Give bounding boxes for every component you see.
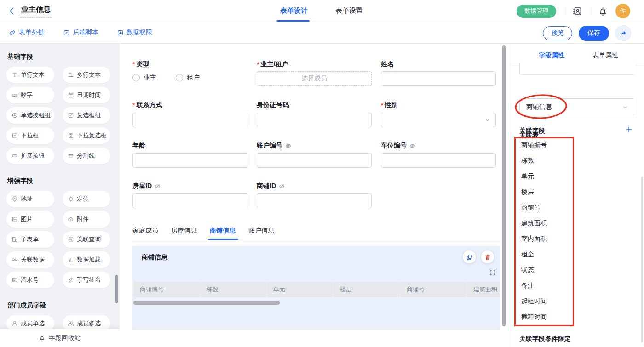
related-field-item[interactable]: 单元 [521,172,534,182]
gender-select[interactable] [381,113,496,127]
data-manage-button[interactable]: 数据管理 [517,5,556,18]
related-field-item[interactable]: 状态 [521,266,534,275]
related-field-item[interactable]: 截租时间 [521,313,547,322]
form-external-link-button[interactable]: 表单外链 [9,28,45,37]
field-account-no[interactable]: 账户编号 [257,142,372,150]
name-input[interactable] [381,71,496,86]
palette-item-data-load[interactable]: 数据加载 [63,251,110,268]
tab-form-settings[interactable]: 表单设置 [335,6,363,15]
radio-owner[interactable]: 业主 [132,74,156,82]
related-field-item[interactable]: 栋数 [521,157,534,166]
related-field-condition-label: 关联字段条件限定 [519,335,571,343]
palette-item-multi-dropdown[interactable]: 下拉复选框 [63,127,110,144]
radio-dot [132,74,140,81]
back-icon[interactable] [7,6,17,16]
tab-form-properties[interactable]: 表单属性 [592,51,618,60]
related-field-item[interactable]: 备注 [521,282,534,291]
related-field-item[interactable]: 商铺编号 [521,141,547,150]
field-id-number[interactable]: 身份证号码 [257,101,372,109]
page-title[interactable]: 业主信息 [20,4,52,18]
preview-button[interactable]: 预览 [543,26,572,40]
palette-item-datetime[interactable]: 日期时间 [63,87,110,103]
field-recycle-bin[interactable]: 字段回收站 [0,329,120,347]
id-number-input[interactable] [257,113,372,127]
related-table-select[interactable]: 商铺信息 [519,98,634,115]
copy-icon [466,254,473,261]
related-field-item[interactable]: 室内面积 [521,235,547,244]
image-icon [12,216,18,222]
subform-panel-shop-info[interactable]: 商铺信息 商铺编号 栋数 单元 楼层 商铺号 建筑面积 [132,246,500,330]
tab-form-design[interactable]: 表单设计 [280,6,308,15]
palette-item-number[interactable]: 数字 [6,87,54,103]
member-picker[interactable]: 选择成员 [257,71,372,86]
palette-item-checkbox-group[interactable]: 复选框组 [63,107,110,124]
expand-icon[interactable] [489,269,496,276]
palette-item-signature[interactable]: 手写签名 [63,272,110,288]
divider [590,7,590,15]
tab-field-properties[interactable]: 字段属性 [539,51,564,60]
canvas-scrollbar[interactable] [502,45,506,326]
radio-tenant[interactable]: 租户 [176,74,200,82]
related-field-item[interactable]: 租金 [521,250,534,260]
field-parking-no[interactable]: 车位编号 [381,142,496,150]
palette-item-divider[interactable]: 分割线 [63,148,110,164]
field-contact[interactable]: *联系方式 [132,101,247,109]
field-type[interactable]: *类型 [132,60,247,68]
share-button[interactable] [615,25,631,41]
palette-item-location[interactable]: 定位 [63,191,110,207]
text-icon [12,72,18,78]
subform-horizontal-scrollbar[interactable] [133,301,280,305]
palette-item-attachment[interactable]: 附件 [63,211,110,228]
palette-item-single-line-text[interactable]: 单行文本 [6,67,54,83]
detail-tab-account[interactable]: 账户信息 [248,227,274,235]
save-button[interactable]: 保存 [579,26,609,41]
account-no-input[interactable] [257,153,372,168]
field-shop-id[interactable]: 商铺ID [257,182,372,190]
contact-input[interactable] [132,113,247,127]
palette-item-radio-group[interactable]: 单选按钮组 [6,107,54,124]
palette-item-dropdown[interactable]: 下拉框 [6,127,54,144]
parking-no-input[interactable] [381,153,496,168]
palette-item-related-query[interactable]: 关联查询 [63,231,110,248]
field-house-id[interactable]: 房屋ID [132,182,247,190]
field-owner-tenant[interactable]: *业主/租户 [257,60,372,68]
add-related-field-icon[interactable] [625,125,633,134]
target-icon [68,196,74,202]
copy-subform-button[interactable] [463,250,476,263]
properties-scrollbar[interactable] [641,177,643,342]
sidebar-scrollbar[interactable] [115,275,118,303]
palette-item-serial-number[interactable]: 流水号 [6,272,54,288]
field-gender[interactable]: *性别 [381,101,496,109]
related-field-item[interactable]: 楼层 [521,188,534,197]
detail-tab-shop[interactable]: 商铺信息 [210,227,236,235]
palette-item-related-data[interactable]: 关联数据 [6,251,54,268]
detail-tab-family[interactable]: 家庭成员 [132,227,158,235]
delete-subform-button[interactable] [481,250,494,263]
form-canvas: *类型 业主 租户 *业主/租户 选择成员 姓名 *联系方式 身份证号码 *性别 [120,44,511,347]
shop-id-input[interactable] [257,193,372,208]
avatar[interactable]: 作 [615,4,630,18]
age-input[interactable] [132,153,247,168]
field-type-options: 业主 租户 [132,70,200,85]
related-field-item[interactable]: 起租时间 [521,297,547,307]
related-field-item[interactable]: 建筑面积 [521,219,547,228]
date-icon [68,92,74,98]
related-field-item[interactable]: 商铺号 [521,204,540,213]
scrolled-input-partial[interactable] [519,62,634,75]
palette-item-address[interactable]: 地址 [6,191,54,207]
palette-item-subform[interactable]: 子表单 [6,231,54,248]
detail-tab-house[interactable]: 房屋信息 [171,227,197,235]
field-name[interactable]: 姓名 [381,60,496,68]
palette-item-extend-button[interactable]: 扩展按钮 [6,148,54,164]
backend-script-button[interactable]: 后端脚本 [63,28,98,37]
paperclip-icon [9,29,16,36]
bell-icon[interactable] [598,6,608,16]
palette-item-image[interactable]: 图片 [6,211,54,228]
eye-off-icon [154,183,161,190]
data-permission-button[interactable]: 数据权限 [117,28,152,37]
field-age[interactable]: 年龄 [132,142,247,150]
eye-off-icon [409,142,416,149]
palette-item-multi-line-text[interactable]: 多行文本 [63,67,110,83]
house-id-input[interactable] [132,193,247,208]
contact-book-icon[interactable] [572,6,582,16]
